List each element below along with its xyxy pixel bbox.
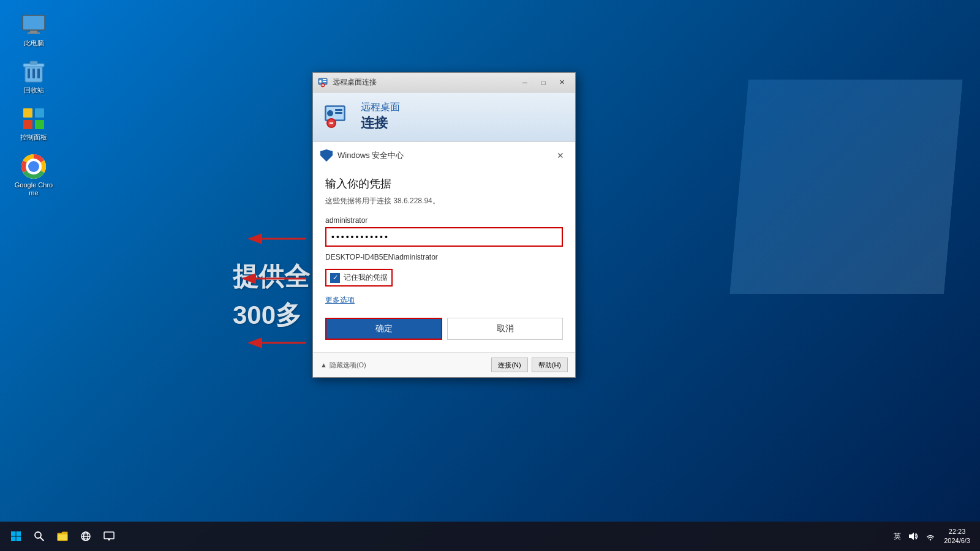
svg-rect-12 — [35, 120, 44, 129]
svg-rect-34 — [11, 537, 16, 542]
rdp-title-text: 远程桌面连接 — [333, 77, 516, 88]
monitor-icon — [21, 12, 46, 37]
connect-button[interactable]: 连接(N) — [491, 358, 527, 372]
security-dialog: Windows 安全中心 ✕ 输入你的凭据 这些凭据将用于连接 38.6.228… — [313, 141, 575, 352]
svg-rect-22 — [323, 81, 326, 82]
rdp-header: 远程桌面 连接 — [313, 92, 575, 141]
svg-rect-44 — [104, 532, 114, 539]
security-dialog-title: Windows 安全中心 — [337, 150, 404, 161]
rdp-titlebar: 远程桌面连接 ─ □ ✕ — [313, 73, 575, 92]
svg-rect-38 — [58, 534, 67, 541]
windows-logo-icon — [10, 531, 21, 542]
control-panel-icon[interactable]: 控制面板 — [12, 107, 55, 141]
chrome-label: Google Chrome — [12, 181, 55, 197]
recycle-bin-icon[interactable]: 回收站 — [12, 59, 55, 94]
wifi-icon — [926, 532, 935, 541]
volume-icon[interactable] — [905, 525, 922, 547]
rdp-window: 远程桌面连接 ─ □ ✕ 远程桌面 — [312, 72, 576, 378]
taskbar: 英 22:23 2024/6/3 — [0, 522, 980, 551]
folder-icon — [56, 531, 69, 542]
security-dialog-body: 输入你的凭据 这些凭据将用于连接 38.6.228.94。 administra… — [313, 167, 575, 352]
search-icon — [34, 531, 45, 542]
svg-rect-2 — [28, 32, 40, 34]
monitor-taskbar-icon — [103, 531, 115, 542]
dialog-buttons: 确定 取消 — [325, 318, 563, 340]
credentials-heading: 输入你的凭据 — [325, 176, 563, 191]
speaker-icon — [908, 532, 918, 541]
security-title-left: Windows 安全中心 — [320, 149, 404, 162]
hide-options-btn[interactable]: ▲ 隐藏选项(O) — [320, 361, 366, 370]
svg-line-37 — [40, 538, 43, 541]
remember-row: ✓ 记住我的凭据 — [325, 269, 393, 287]
svg-rect-1 — [30, 31, 37, 32]
security-dialog-titlebar: Windows 安全中心 ✕ — [313, 142, 575, 167]
network-globe-icon — [80, 531, 92, 542]
svg-rect-8 — [30, 61, 37, 64]
network-icon-taskbar[interactable] — [75, 525, 97, 547]
recycle-icon — [21, 59, 46, 84]
clock-time: 22:23 — [949, 527, 966, 536]
svg-rect-32 — [11, 531, 16, 536]
svg-rect-9 — [23, 108, 32, 118]
footer-buttons: 连接(N) 帮助(H) — [491, 358, 568, 372]
monitor-taskbar-button[interactable] — [98, 525, 120, 547]
my-computer-icon[interactable]: 此电脑 — [12, 12, 55, 47]
close-button[interactable]: ✕ — [553, 77, 570, 89]
svg-point-20 — [319, 80, 322, 83]
svg-rect-35 — [17, 537, 21, 542]
svg-point-15 — [28, 161, 39, 172]
username-label: administrator — [325, 216, 563, 225]
help-button[interactable]: 帮助(H) — [532, 358, 568, 372]
svg-rect-21 — [323, 79, 326, 80]
arrow1 — [245, 220, 318, 257]
win-bg-logo — [551, 49, 980, 478]
control-panel-label: 控制面板 — [20, 133, 47, 141]
rdp-header-icon — [323, 102, 352, 132]
chrome-icon[interactable]: Google Chrome — [12, 154, 55, 197]
svg-rect-10 — [35, 108, 44, 118]
ok-button[interactable]: 确定 — [325, 318, 442, 340]
svg-rect-11 — [23, 120, 32, 129]
file-explorer-button[interactable] — [51, 525, 74, 547]
shield-icon — [320, 149, 333, 162]
svg-point-48 — [930, 539, 931, 540]
recycle-bin-label: 回收站 — [24, 86, 44, 94]
desktop: 提供全 个地区城市、 300多 代理等产品 此电脑 — [0, 0, 980, 551]
cp-icon — [21, 107, 46, 131]
remember-checkbox[interactable]: ✓ — [330, 273, 340, 283]
svg-rect-6 — [37, 69, 40, 78]
hide-options-label: 隐藏选项(O) — [330, 361, 366, 370]
svg-rect-4 — [28, 69, 30, 78]
start-button[interactable] — [5, 525, 27, 547]
remember-label: 记住我的凭据 — [344, 272, 388, 283]
network-tray-icon[interactable] — [922, 525, 939, 547]
rdp-header-text: 远程桌面 连接 — [361, 101, 400, 132]
svg-rect-33 — [17, 531, 21, 536]
more-options-link[interactable]: 更多选项 — [325, 295, 563, 305]
system-tray: 英 22:23 2024/6/3 — [890, 525, 975, 547]
window-controls: ─ □ ✕ — [516, 77, 570, 89]
svg-point-27 — [327, 110, 333, 116]
security-dialog-close[interactable]: ✕ — [553, 148, 568, 163]
chevron-up-icon: ▲ — [320, 361, 327, 369]
my-computer-label: 此电脑 — [24, 39, 44, 47]
system-clock[interactable]: 22:23 2024/6/3 — [939, 525, 975, 547]
domain-label: DESKTOP-ID4B5EN\administrator — [325, 253, 563, 261]
chrome-logo-icon — [21, 154, 46, 179]
credentials-subtitle: 这些凭据将用于连接 38.6.228.94。 — [325, 196, 563, 206]
clock-date: 2024/6/3 — [944, 536, 970, 545]
language-indicator[interactable]: 英 — [890, 525, 905, 547]
desktop-icons: 此电脑 回收站 — [12, 12, 55, 197]
search-button[interactable] — [29, 527, 49, 546]
svg-rect-28 — [335, 109, 342, 111]
svg-rect-5 — [32, 69, 35, 78]
password-input[interactable] — [325, 227, 563, 247]
cancel-button[interactable]: 取消 — [447, 318, 563, 340]
maximize-button[interactable]: □ — [535, 77, 552, 89]
rdp-footer: ▲ 隐藏选项(O) 连接(N) 帮助(H) — [313, 352, 575, 377]
svg-rect-0 — [23, 15, 45, 30]
svg-rect-29 — [335, 112, 342, 114]
rdp-title-icon — [318, 77, 329, 88]
svg-marker-47 — [909, 533, 914, 540]
minimize-button[interactable]: ─ — [516, 77, 533, 89]
